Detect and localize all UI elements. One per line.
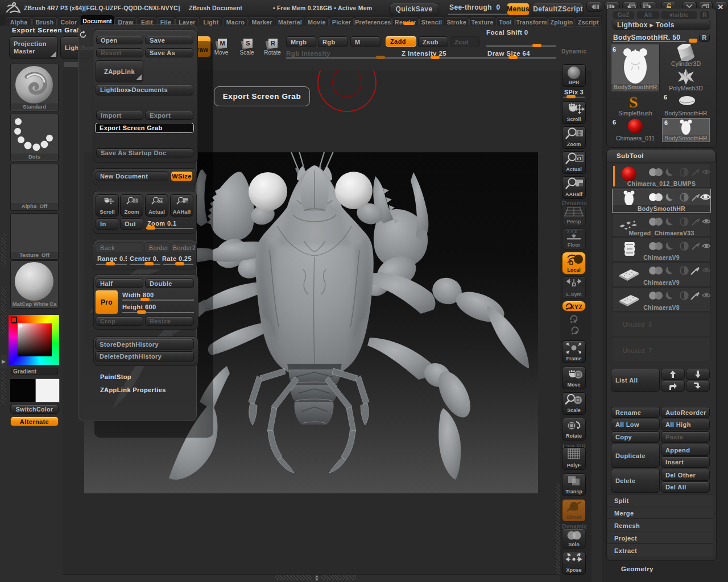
- svg-text:X Y Z: X Y Z: [567, 230, 577, 234]
- svg-text:x1: x1: [158, 199, 162, 202]
- svg-text:Y: Y: [573, 318, 577, 324]
- svg-text:S: S: [629, 93, 638, 110]
- svg-text:x1: x1: [576, 156, 582, 161]
- svg-text:XYZ: XYZ: [570, 304, 583, 310]
- svg-text:Z: Z: [574, 330, 578, 335]
